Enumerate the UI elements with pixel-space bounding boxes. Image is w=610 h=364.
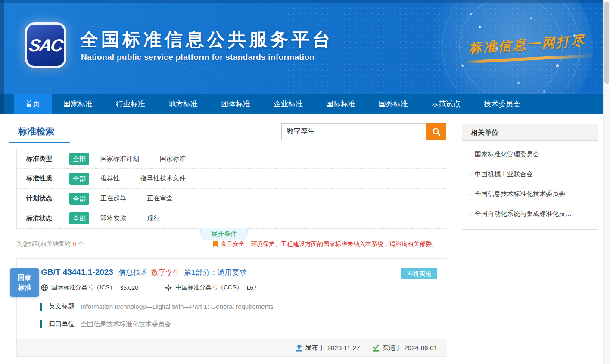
bullet: ·	[469, 170, 471, 177]
standard-title-link[interactable]: GB/T 43441.1-2023 信息技术 数字孪生 第1部分：通用要求	[41, 268, 391, 277]
filter-option[interactable]: 正在审查	[147, 194, 173, 202]
nav-item-pilot-program[interactable]: 示范试点	[420, 94, 472, 114]
related-unit-label: 中国机械工业联合会	[475, 170, 533, 177]
related-unit-label: 全国信息技术标准化技术委员会	[475, 190, 565, 197]
related-unit-link[interactable]: ·全国自动化系统与集成标准化技…	[462, 204, 598, 224]
card-divider	[41, 299, 437, 299]
standard-type-badge: 国家 标准	[10, 268, 39, 297]
filter-all-button[interactable]: 全部	[69, 193, 89, 205]
publish-icon	[296, 344, 302, 352]
english-title-value: Information technology—Digital twin—Part…	[81, 303, 274, 310]
classification-row: 国际标准分类号（ICS） 35.020 中国标准分类号（CCS） L67	[41, 284, 283, 292]
results-count-number: 6	[73, 240, 76, 247]
related-units-title: 相关单位	[462, 124, 598, 141]
search-button[interactable]	[426, 123, 446, 140]
nav-item-home[interactable]: 首页	[14, 94, 52, 114]
filter-label: 标准状态	[26, 215, 69, 223]
result-card: 国家 标准 GB/T 43441.1-2023 信息技术 数字孪生 第1部分：通…	[16, 258, 447, 357]
page-title-underline	[9, 142, 70, 143]
implement-date: 2024-06-01	[404, 344, 437, 352]
filter-option[interactable]: 正在起草	[100, 194, 126, 202]
implement-date-group: 实施于 2024-06-01	[373, 344, 437, 352]
publish-date: 2023-11-27	[327, 344, 360, 352]
header-left-shade	[0, 0, 4, 94]
filter-option[interactable]: 现行	[147, 215, 160, 223]
scrollbar-thumb[interactable]	[604, 2, 609, 84]
english-title-row: 英文标题 Information technology—Digital twin…	[40, 302, 274, 311]
related-unit-link[interactable]: ·国家标准化管理委员会	[462, 144, 598, 164]
committee-label: 归口单位	[49, 320, 75, 328]
bookmark-icon	[213, 241, 218, 248]
bullet: ·	[469, 190, 471, 197]
header-top-shade	[0, 0, 610, 3]
nav-item-enterprise-standards[interactable]: 企业标准	[262, 94, 314, 114]
row-accent-bar	[40, 303, 42, 311]
filter-option[interactable]: 即将实施	[100, 215, 126, 223]
nav-item-technical-committees[interactable]: 技术委员会	[472, 94, 532, 114]
publish-label: 发布于	[305, 344, 325, 352]
bullet: ·	[469, 150, 471, 158]
nav-item-international-standards[interactable]: 国际标准	[314, 94, 367, 114]
filter-all-button[interactable]: 全部	[69, 173, 89, 185]
filter-option[interactable]: 国家标准计划	[100, 155, 139, 163]
related-unit-link[interactable]: ·中国机械工业联合会	[462, 164, 598, 184]
page-title: 标准检索	[18, 125, 54, 137]
ics-value: 35.020	[120, 284, 138, 291]
standard-title-highlight: 数字孪生	[151, 268, 181, 277]
search-icon	[432, 128, 441, 136]
related-units-panel: 相关单位 ·国家标准化管理委员会 ·中国机械工业联合会 ·全国信息技术标准化技术…	[462, 124, 598, 230]
scrollbar-track[interactable]	[603, 0, 610, 364]
related-units-list: ·国家标准化管理委员会 ·中国机械工业联合会 ·全国信息技术标准化技术委员会 ·…	[462, 141, 598, 224]
filter-label: 标准类型	[26, 155, 69, 163]
ics-label: 国际标准分类号（ICS）	[51, 284, 115, 292]
nav-item-industry-standards[interactable]: 行业标准	[104, 94, 157, 114]
notice-text: 食品安全、环境保护、工程建设方面的国家标准未纳入本系统，请咨询相关部委。	[221, 240, 438, 248]
glow-dots-decoration	[479, 26, 481, 28]
nav-item-national-standards[interactable]: 国家标准	[52, 94, 104, 114]
filter-option[interactable]: 推荐性	[100, 174, 120, 183]
standard-code: GB/T 43441.1-2023	[41, 268, 113, 277]
type-badge-line2: 标准	[10, 283, 39, 292]
results-count-suffix: 个	[78, 240, 84, 247]
card-footer: 发布于 2023-11-27 实施于 2024-06-01	[17, 339, 447, 356]
filter-all-button[interactable]: 全部	[69, 153, 89, 165]
filter-option[interactable]: 国家标准	[160, 155, 186, 163]
nav-item-foreign-standards[interactable]: 国外标准	[367, 94, 420, 114]
standard-title-prefix: 信息技术	[118, 268, 148, 277]
filter-label: 计划状态	[26, 194, 69, 202]
filter-row-type: 标准类型 全部 国家标准计划 国家标准	[17, 149, 447, 169]
status-badge: 即将实施	[401, 268, 437, 279]
ccs-value: L67	[247, 284, 257, 291]
nav-item-group-standards[interactable]: 团体标准	[209, 94, 262, 114]
filter-box: 标准类型 全部 国家标准计划 国家标准 标准性质 全部 推荐性 指导性技术文件 …	[16, 149, 447, 229]
bullet: ·	[469, 210, 471, 217]
nav-item-local-standards[interactable]: 地方标准	[157, 94, 209, 114]
site-header: SAC 全国标准信息公共服务平台 National public service…	[0, 0, 610, 94]
standard-title-suffix: 第1部分：通用要求	[184, 268, 246, 277]
type-badge-line1: 国家	[10, 273, 39, 283]
implement-check-icon	[373, 344, 379, 352]
results-count-prefix: 为您找到相关结果约	[16, 240, 71, 247]
filter-option[interactable]: 指导性技术文件	[140, 174, 186, 183]
implement-label: 实施于	[382, 344, 401, 352]
site-subtitle: National public service platform for sta…	[81, 53, 314, 62]
filter-all-button[interactable]: 全部	[69, 212, 89, 224]
filter-row-nature: 标准性质 全部 推荐性 指导性技术文件	[17, 169, 447, 189]
ccs-label: 中国标准分类号（CCS）	[175, 284, 243, 292]
committee-value: 全国信息技术标准化技术委员会	[81, 320, 171, 328]
search-input[interactable]	[281, 123, 426, 140]
main-nav: 首页 国家标准 行业标准 地方标准 团体标准 企业标准 国际标准 国外标准 示范…	[0, 94, 610, 114]
committee-row: 归口单位 全国信息技术标准化技术委员会	[40, 320, 171, 328]
system-notice: 食品安全、环境保护、工程建设方面的国家标准未纳入本系统，请咨询相关部委。	[213, 240, 438, 248]
sac-logo[interactable]: SAC	[25, 22, 66, 68]
english-title-label: 英文标题	[49, 302, 75, 311]
filter-label: 标准性质	[26, 174, 69, 183]
expand-conditions-button[interactable]: 展开条件	[200, 228, 248, 240]
globe-icon	[41, 284, 48, 291]
related-unit-link[interactable]: ·全国信息技术标准化技术委员会	[462, 184, 598, 204]
filter-row-plan-status: 计划状态 全部 正在起草 正在审查	[17, 189, 447, 208]
row-accent-bar	[40, 320, 42, 328]
filter-row-standard-status: 标准状态 全部 即将实施 现行	[17, 208, 447, 228]
related-unit-label: 全国自动化系统与集成标准化技…	[475, 210, 572, 217]
compass-icon	[165, 284, 172, 291]
